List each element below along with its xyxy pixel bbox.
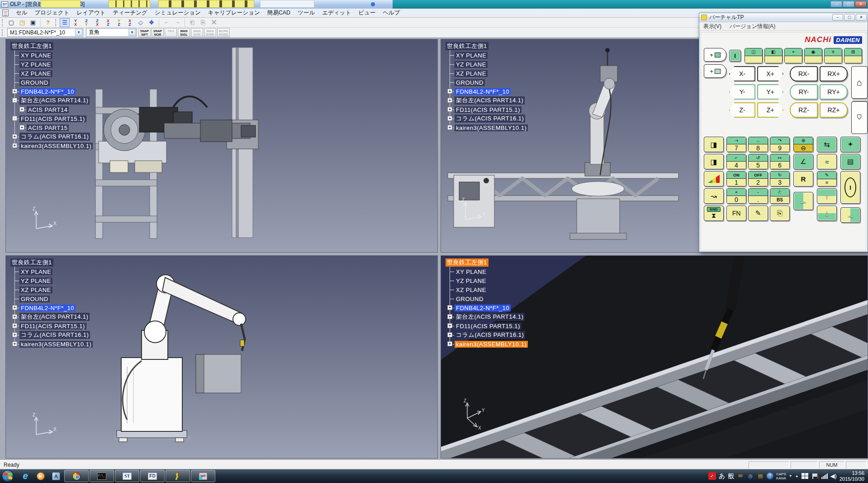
tree-item-label[interactable]: コラム(ACIS PART16.1) xyxy=(455,331,525,339)
tree-item-label[interactable]: XY PLANE xyxy=(455,52,488,59)
open-file-button[interactable]: ◳ xyxy=(17,18,27,27)
page-tool-button-2[interactable]: ⎘ xyxy=(198,18,208,27)
viewport-top-left[interactable]: 世良鉄工左側1XY PLANEYZ PLANEXZ PLANEGROUND+FD… xyxy=(5,39,438,253)
mdi-document-icon[interactable] xyxy=(2,10,9,16)
view-zy-button[interactable]: ZY xyxy=(81,18,91,27)
tp-end-timer-button[interactable]: END ⧗ xyxy=(704,206,724,221)
toolbox-tray-icon[interactable]: ▤ xyxy=(757,473,764,480)
tree-expand-toggle[interactable]: + xyxy=(447,332,452,337)
tree-expand-toggle[interactable]: + xyxy=(447,107,452,112)
tree-item-label[interactable]: XZ PLANE xyxy=(19,287,52,293)
tp-enter-button[interactable]: I xyxy=(840,171,860,204)
tp-cursor-right-button[interactable]: → xyxy=(840,207,860,223)
save-button[interactable]: ▣ xyxy=(28,18,38,27)
tp-program-list-button[interactable]: ≡ xyxy=(824,48,842,63)
view-cube-button[interactable]: ◇ xyxy=(136,18,146,27)
new-file-button[interactable]: ▢ xyxy=(6,18,16,27)
tree-item-label[interactable]: YZ PLANE xyxy=(455,277,488,284)
taskbar-chrome-button[interactable] xyxy=(64,470,89,482)
tree-item-label[interactable]: kairen3(ASSEMBLY10.1) xyxy=(455,124,528,131)
tp-window-layout-button[interactable]: ⊞ xyxy=(844,48,862,63)
frame-tool-button[interactable]: ⌐ xyxy=(161,18,171,27)
tp-weave-button[interactable]: ≈ xyxy=(817,154,837,169)
tree-expand-toggle[interactable]: + xyxy=(447,314,452,319)
jog-z-minus-button[interactable]: Z- xyxy=(729,102,755,118)
tp-key-7[interactable]: ⇢ 7 xyxy=(726,137,746,152)
tree-item-label[interactable]: GROUND xyxy=(19,79,50,86)
fit-view-button[interactable]: ✥ xyxy=(147,18,157,27)
coord-mode-combo[interactable]: 直角 ▼ xyxy=(86,28,137,37)
tree-item-label[interactable]: XY PLANE xyxy=(455,268,488,275)
tp-key-5[interactable]: ↺ 5 xyxy=(748,154,768,169)
tp-key-4[interactable]: ⌐ 4 xyxy=(726,154,746,169)
tree-item-label[interactable]: YZ PLANE xyxy=(455,61,488,68)
tp-teach-mode-button[interactable]: ◫ xyxy=(745,48,763,63)
tree-expand-toggle[interactable]: + xyxy=(12,143,17,148)
clock[interactable]: 13:56 2015/10/30 xyxy=(840,470,866,482)
tree-item-label[interactable]: FDNB4L2-N*F*_10 xyxy=(19,88,76,95)
tree-item-label[interactable]: 世良鉄工左側1 xyxy=(446,258,489,267)
tp-reset-button[interactable]: R xyxy=(793,171,813,187)
taskbar-cmd-button[interactable]: C:\_ xyxy=(90,470,114,482)
network-signal-icon[interactable] xyxy=(821,473,828,479)
view-iso-button[interactable]: XZ xyxy=(125,18,135,27)
tp-cursor-left-button[interactable]: ← xyxy=(793,192,813,210)
menu-view[interactable]: ビュー xyxy=(355,8,379,18)
toolbar-grip[interactable] xyxy=(2,19,4,26)
toolbar-grip[interactable] xyxy=(55,19,57,26)
tp-trajectory-button[interactable]: ↝ xyxy=(704,188,724,204)
tag-button[interactable]: TAG xyxy=(165,28,177,37)
tree-expand-toggle[interactable]: + xyxy=(447,116,452,121)
page-tool-button[interactable]: ⎗ xyxy=(187,18,197,27)
work-pose-button[interactable]: WORKPOSE xyxy=(217,28,230,37)
tp-mode-select-button[interactable]: + xyxy=(704,48,726,62)
ime-general-indicator[interactable]: 般 xyxy=(728,472,734,480)
tp-sync-motion-button[interactable]: ◧ xyxy=(764,48,783,63)
view-yz-button[interactable]: YZ xyxy=(114,18,124,27)
tp-backspace-button[interactable]: /: BS xyxy=(770,188,790,204)
tp-edit-button[interactable]: ✎ xyxy=(748,206,768,221)
taskbar-user-app-icon[interactable]: A xyxy=(48,470,64,482)
tree-item-label[interactable]: YZ PLANE xyxy=(19,61,52,68)
tree-item-label[interactable]: コラム(ACIS PART16.1) xyxy=(19,331,90,339)
tree-expand-toggle[interactable]: + xyxy=(12,134,17,139)
jog-rz-plus-button[interactable]: RZ+ xyxy=(820,102,848,118)
tp-key-9[interactable]: ↷ 9 xyxy=(770,137,790,152)
menu-simulation[interactable]: シミュレーション xyxy=(151,8,204,18)
tp-program-search-button-2[interactable]: ⌂ xyxy=(851,101,868,134)
tp-key-dot[interactable]: - . xyxy=(748,188,768,204)
tree-item-label[interactable]: GROUND xyxy=(455,296,485,302)
tree-item-label[interactable]: FD11(ACIS PART15.1) xyxy=(19,323,86,330)
tp-program-search-button[interactable]: ⌂ xyxy=(851,66,868,99)
jog-ry-minus-button[interactable]: RY- xyxy=(790,84,818,100)
frame-tool-button-2[interactable]: ¬ xyxy=(172,18,182,27)
show-hidden-icons-chevron[interactable]: ▲ xyxy=(795,474,799,478)
tp-check-go-button[interactable]: ◉ xyxy=(804,48,822,63)
close-button[interactable]: ✕ xyxy=(855,1,867,7)
tp-screen-display-button[interactable]: ▤ xyxy=(840,154,860,169)
minimize-button[interactable]: – xyxy=(830,1,842,7)
tp-speed-button[interactable] xyxy=(704,171,724,187)
tree-item-label[interactable]: FD11(ACIS PART15.1) xyxy=(455,323,522,330)
tree-item-label[interactable]: コラム(ACIS PART16.1) xyxy=(19,133,90,141)
tp-key-8[interactable]: ↔ 8 xyxy=(748,137,768,152)
tp-key-3[interactable]: ↻ 3 xyxy=(770,171,790,187)
tp-maximize-button[interactable]: ▢ xyxy=(844,14,855,21)
toolbar-grip[interactable] xyxy=(2,29,4,36)
tree-item-label[interactable]: 架台左(ACIS PART14.1) xyxy=(19,313,90,321)
menu-layout[interactable]: レイアウト xyxy=(73,8,109,18)
tp-key-6[interactable]: ↦ 6 xyxy=(770,154,790,169)
ime-tool-icon[interactable]: ✓ xyxy=(708,472,716,480)
jog-y-plus-button[interactable]: Y+ xyxy=(757,84,783,100)
jog-z-plus-button[interactable]: Z+ xyxy=(757,102,783,118)
tree-view-toggle-button[interactable]: ☰ xyxy=(60,18,70,27)
windows-tray-icon[interactable] xyxy=(802,473,809,479)
menu-cell[interactable]: セル xyxy=(12,8,31,18)
tree-expand-toggle[interactable]: + xyxy=(19,107,24,112)
mail-tray-icon[interactable]: ✉ xyxy=(737,473,744,480)
menu-help[interactable]: ヘルプ xyxy=(379,8,403,18)
help-button[interactable]: ? xyxy=(43,18,53,27)
tree-item-label[interactable]: kairen3(ASSEMBLY10.1) xyxy=(19,341,93,348)
tree-item-label[interactable]: XZ PLANE xyxy=(455,70,488,77)
tp-clamp-toggle-button[interactable]: ⊕ ⊖ xyxy=(793,137,813,152)
